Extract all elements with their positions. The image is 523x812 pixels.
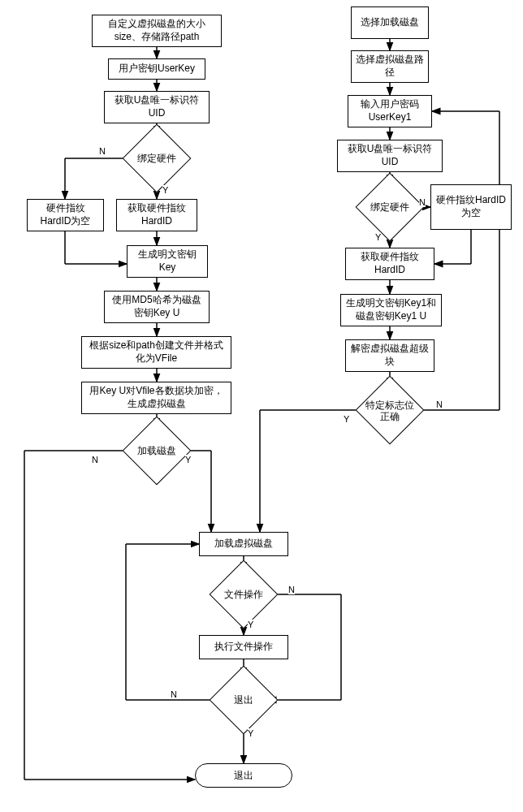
edge-n-left-d2: N: [92, 455, 98, 464]
diamond-right-flag-ok: [356, 376, 425, 445]
text: 生成明文密钥Key1和磁盘密钥Key1 U: [345, 297, 437, 322]
text: 生成明文密钥Key: [132, 248, 203, 274]
box-exec-file-op: 执行文件操作: [199, 635, 288, 659]
box-left-get-uid: 获取U盘唯一标识符UID: [104, 91, 210, 123]
box-right-hardid-empty: 硬件指纹HardID为空: [430, 184, 512, 230]
text: 获取U盘唯一标识符UID: [109, 94, 205, 119]
text: 选择虚拟磁盘路径: [356, 54, 424, 79]
text: 退出: [234, 769, 253, 783]
edge-y-left-d1: Y: [162, 185, 168, 195]
box-right-gen-key1: 生成明文密钥Key1和磁盘密钥Key1 U: [340, 294, 442, 326]
text: 使用MD5哈希为磁盘密钥Key U: [109, 294, 205, 319]
box-right-get-uid: 获取U盘唯一标识符UID: [337, 140, 443, 172]
text: 用户密钥UserKey: [119, 63, 195, 76]
diamond-left-load-disk: [123, 417, 192, 486]
box-right-get-hardid: 获取硬件指纹HardID: [345, 248, 434, 280]
edge-y-left-d2: Y: [185, 455, 191, 464]
box-right-input-userkey1: 输入用户密码UserKey1: [348, 95, 432, 127]
text: 硬件指纹HardID为空: [32, 202, 99, 227]
text: 选择加载磁盘: [361, 16, 419, 29]
text: 输入用户密码UserKey1: [352, 98, 427, 123]
edge-y-right-d1: Y: [375, 232, 381, 242]
edge-y-exit: Y: [248, 728, 253, 738]
edge-n-left-d1: N: [99, 146, 106, 156]
box-load-virtual-disk: 加载虚拟磁盘: [199, 532, 288, 556]
diamond-right-bind-hw: [356, 173, 425, 242]
text: 硬件指纹HardID为空: [435, 194, 507, 219]
box-right-decrypt-super: 解密虚拟磁盘超级块: [345, 339, 434, 372]
text: 获取U盘唯一标识符UID: [342, 143, 438, 168]
box-left-define-size-path: 自定义虚拟磁盘的大小size、存储路径path: [92, 15, 222, 47]
text: 解密虚拟磁盘超级块: [350, 343, 430, 368]
box-left-get-hardid: 获取硬件指纹HardID: [116, 199, 197, 231]
box-left-encrypt: 用Key U对Vfile各数据块加密，生成虚拟磁盘: [81, 382, 231, 414]
text: 加载虚拟磁盘: [214, 538, 273, 551]
box-left-md5: 使用MD5哈希为磁盘密钥Key U: [104, 291, 210, 323]
diamond-left-bind-hw: [123, 124, 192, 193]
box-right-select-path: 选择虚拟磁盘路径: [351, 50, 429, 83]
terminator-exit: 退出: [195, 763, 292, 788]
diamond-file-op: [210, 560, 279, 629]
text: 执行文件操作: [214, 641, 273, 654]
text: 获取硬件指纹HardID: [350, 251, 430, 276]
edge-y-right-d2: Y: [344, 414, 349, 424]
edge-y-fileop: Y: [248, 620, 253, 629]
edge-n-exit: N: [171, 689, 177, 699]
box-left-userkey: 用户密钥UserKey: [108, 58, 205, 80]
edge-n-right-d2: N: [436, 400, 443, 409]
text: 获取硬件指纹HardID: [121, 202, 192, 227]
box-left-gen-key: 生成明文密钥Key: [127, 245, 208, 278]
text: 自定义虚拟磁盘的大小size、存储路径path: [97, 18, 217, 43]
box-left-create-vfile: 根据size和path创建文件并格式化为VFile: [81, 336, 231, 369]
text: 用Key U对Vfile各数据块加密，生成虚拟磁盘: [86, 385, 227, 410]
diamond-exit: [210, 666, 279, 735]
text: 根据size和path创建文件并格式化为VFile: [86, 339, 227, 365]
edge-n-right-d1: N: [419, 197, 426, 207]
box-right-select-load: 选择加载磁盘: [351, 6, 429, 39]
edge-n-fileop: N: [288, 585, 295, 594]
box-left-hardid-empty: 硬件指纹HardID为空: [27, 199, 104, 231]
